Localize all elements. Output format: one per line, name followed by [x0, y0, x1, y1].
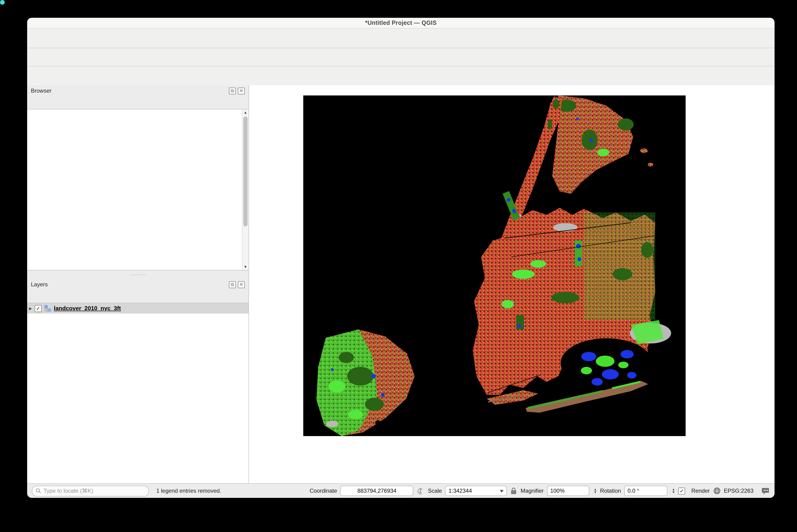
qgis-window: *Untitled Project — QGIS Browser ⧉ ✕ ▲ ▼: [27, 18, 775, 498]
expand-layer-icon[interactable]: ▶: [29, 306, 35, 310]
locator-placeholder: Type to locate (⌘K): [43, 488, 93, 494]
float-panel-icon[interactable]: ⧉: [229, 281, 236, 288]
layers-panel-toolbar: [27, 290, 248, 303]
crs-globe-icon[interactable]: [713, 487, 720, 495]
browser-panel-title: Browser: [31, 88, 227, 94]
browser-tree: ▲ ▼: [27, 109, 248, 270]
toolbar-advanced-digitizing: [27, 66, 775, 87]
minimize-window-button[interactable]: [39, 20, 44, 25]
render-checkbox[interactable]: ✓: [678, 487, 685, 494]
screen: *Untitled Project — QGIS Browser ⧉ ✕ ▲ ▼: [0, 0, 797, 532]
layers-panel-header: Layers ⧉ ✕: [27, 279, 248, 290]
toolbar-file-nav-attributes: [27, 28, 775, 48]
rotation-label: Rotation: [600, 488, 621, 494]
map-canvas[interactable]: [249, 85, 775, 484]
crs-badge[interactable]: EPSG:2263: [724, 488, 754, 494]
browser-panel-toolbar: [27, 96, 248, 109]
zoom-window-button[interactable]: [49, 20, 54, 25]
messages-bubble-icon[interactable]: [761, 487, 770, 495]
browser-panel-header: Browser ⧉ ✕: [27, 85, 248, 96]
coordinate-label: Coordinate: [309, 488, 337, 494]
rotation-stepper[interactable]: ▲▼: [672, 488, 675, 494]
extents-toggle-icon[interactable]: [417, 487, 425, 495]
magnifier-stepper[interactable]: ▲▼: [594, 488, 597, 494]
panel-splitter[interactable]: [27, 270, 248, 279]
layer-row-landcover[interactable]: ▶ ✓ landcover_2010_nyc_3ft: [27, 303, 248, 314]
toolbar-datasource-digitizing-labels: [27, 48, 775, 66]
close-panel-icon[interactable]: ✕: [238, 281, 245, 288]
locator-search-input[interactable]: Type to locate (⌘K): [32, 486, 149, 496]
coordinate-input[interactable]: 883794,276934: [340, 486, 414, 496]
cyan-circle-annotation: [0, 0, 5, 5]
raster-layer-icon: [44, 305, 51, 311]
layer-name: landcover_2010_nyc_3ft: [54, 305, 121, 311]
landcover-raster-map: [303, 95, 686, 436]
magnifier-input[interactable]: 100%: [547, 486, 589, 496]
green-ellipse-annotation: [0, 0, 5, 5]
left-dock: Browser ⧉ ✕ ▲ ▼ Layers ⧉: [27, 85, 249, 484]
magnifier-label: Magnifier: [521, 488, 544, 494]
search-icon: [36, 488, 41, 494]
scale-combobox[interactable]: 1:342344: [445, 486, 507, 496]
scroll-down-icon[interactable]: ▼: [242, 264, 248, 270]
close-panel-icon[interactable]: ✕: [238, 87, 245, 94]
status-bar: Type to locate (⌘K) 1 legend entries rem…: [27, 483, 775, 498]
status-message: 1 legend entries removed.: [156, 488, 221, 494]
window-title: *Untitled Project — QGIS: [27, 20, 775, 26]
float-panel-icon[interactable]: ⧉: [229, 87, 236, 94]
scrollbar-thumb[interactable]: [243, 116, 247, 226]
scroll-up-icon[interactable]: ▲: [242, 110, 248, 116]
scale-label: Scale: [428, 488, 442, 494]
rotation-input[interactable]: 0.0 °: [624, 486, 667, 496]
lock-scale-icon[interactable]: [510, 487, 517, 495]
titlebar: *Untitled Project — QGIS: [27, 18, 775, 28]
layers-list: ▶ ✓ landcover_2010_nyc_3ft: [27, 303, 248, 484]
render-label: Render: [691, 488, 710, 494]
browser-scrollbar[interactable]: ▲ ▼: [242, 110, 248, 270]
close-window-button[interactable]: [30, 20, 35, 25]
chevron-down-icon: [500, 490, 504, 494]
layers-panel-title: Layers: [31, 281, 227, 288]
layer-visibility-checkbox[interactable]: ✓: [35, 305, 42, 312]
